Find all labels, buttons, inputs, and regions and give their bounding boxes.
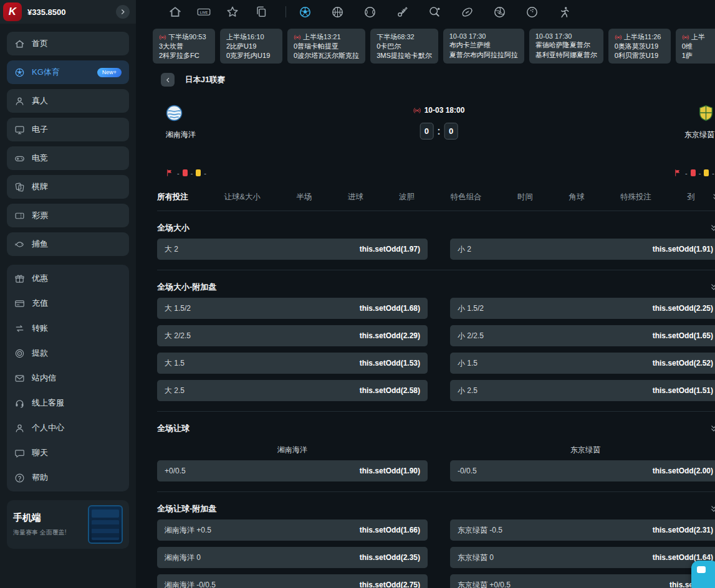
match-card-time: 10-03 17:30 [449, 32, 518, 40]
volleyball-sport-icon[interactable] [493, 6, 506, 19]
sidebar-item-esports[interactable]: 电竞 [7, 146, 129, 170]
odds-cell[interactable]: 大 1.5/2 this.setOdd(1.68) [157, 298, 428, 319]
odds-grid: 大 2 this.setOdd(1.97) 小 2 this.setOdd(1.… [157, 239, 715, 266]
sidebar-item-deposit[interactable]: 充值 [7, 291, 129, 316]
back-button[interactable] [161, 73, 175, 87]
away-team-name: 东京绿茵 [684, 130, 714, 140]
match-card-team-home: 3大坎普 [159, 42, 209, 51]
odds-label: 东京绿茵 -0.5 [458, 525, 502, 536]
sidebar-item-profile[interactable]: 个人中心 [7, 415, 129, 440]
odds-grid: +0/0.5 this.setOdd(1.90) -0/0.5 this.set… [157, 460, 715, 488]
home-nav-icon[interactable] [168, 5, 182, 19]
sidebar-item-help[interactable]: 帮助 [7, 465, 129, 490]
sidebar-item-kg-sports[interactable]: KG体育 New+ [7, 60, 129, 84]
tab-进球[interactable]: 进球 [348, 192, 363, 202]
match-card[interactable]: 上半场11:26 0奥洛莫茨U19 0利贝雷茨U19 [608, 29, 671, 64]
favorites-nav-icon[interactable] [226, 5, 239, 19]
odds-cell[interactable]: -0/0.5 this.setOdd(2.00) [450, 460, 715, 481]
odds-cell[interactable]: 东京绿茵 +0/0.5 this.setOdd( [450, 574, 715, 588]
badminton-sport-icon[interactable] [396, 6, 409, 19]
bowling-sport-icon[interactable] [525, 6, 539, 19]
tennis-sport-icon[interactable] [363, 6, 377, 19]
match-card[interactable]: 下半场90:53 3大坎普 2科罗拉多FC [153, 29, 215, 64]
sidebar-item-transfer[interactable]: 转账 [7, 316, 129, 341]
soccer-sport-icon[interactable] [299, 6, 312, 19]
sidebar-item-home[interactable]: 首页 [7, 32, 129, 55]
sidebar-item-promotions[interactable]: 优惠 [7, 266, 129, 291]
away-score: 0 [444, 123, 458, 140]
brand-logo: K [3, 2, 22, 21]
odds-cell[interactable]: +0/0.5 this.setOdd(1.90) [157, 460, 428, 481]
mobile-app-promo[interactable]: 手机端 海量赛事 全面覆盖! [7, 500, 129, 549]
match-card[interactable]: 下半场68:32 0卡巴尔 3MS提拉哈卡默尔 [370, 29, 438, 64]
yellow-card-icon [704, 169, 709, 176]
collapse-chevron-icon[interactable] [709, 224, 715, 232]
menu-label: 充值 [32, 298, 48, 309]
yellow-card-count: - [712, 169, 714, 177]
odds-cell[interactable]: 小 1.5 this.setOdd(2.52) [450, 353, 715, 374]
match-card[interactable]: 上半场16:10 2比萨U19 0克罗托内U19 [220, 29, 282, 64]
odds-section: 全场让球 湘南海洋东京绿茵 +0/0.5 this.setOdd(1.90) -… [157, 412, 715, 492]
odds-cell[interactable]: 大 2 this.setOdd(1.97) [157, 239, 428, 260]
odds-cell[interactable]: 湘南海洋 -0/0.5 this.setOdd(2.75) [157, 574, 428, 588]
live-icon [159, 34, 166, 41]
tab-时间[interactable]: 时间 [517, 192, 533, 202]
athletics-sport-icon[interactable] [558, 6, 571, 19]
sidebar-item-slots[interactable]: 电子 [7, 118, 129, 141]
match-card-team-home: 2比萨U19 [226, 42, 276, 51]
tab-波胆[interactable]: 波胆 [399, 192, 415, 202]
odds-cell[interactable]: 小 1.5/2 this.setOdd(2.25) [450, 298, 715, 319]
collapse-chevron-icon[interactable] [709, 505, 715, 513]
tab-半场[interactable]: 半场 [296, 192, 312, 202]
tabs-more-chevron-icon[interactable] [711, 192, 715, 202]
match-card-team-away: 基利亚特阿娜夏普尔 [535, 50, 597, 60]
collapse-chevron-icon[interactable] [709, 283, 715, 292]
tab-特色组合[interactable]: 特色组合 [451, 192, 482, 202]
sidebar-item-board-games[interactable]: 棋牌 [7, 175, 129, 199]
tab-刭[interactable]: 刭 [687, 192, 695, 202]
tab-所有投注[interactable]: 所有投注 [157, 192, 188, 202]
odds-label: 湘南海洋 +0.5 [165, 525, 211, 536]
sidebar-item-live-casino[interactable]: 真人 [7, 89, 129, 113]
betslip-nav-icon[interactable] [254, 5, 268, 19]
odds-section: 全场大小-附加盘 大 1.5/2 this.setOdd(1.68) 小 1.5… [157, 270, 715, 412]
sidebar-item-lottery[interactable]: 彩票 [7, 204, 129, 227]
rugby-sport-icon[interactable] [461, 6, 474, 19]
tab-角球[interactable]: 角球 [569, 192, 585, 202]
sidebar-item-online-support[interactable]: 线上客服 [7, 391, 129, 415]
sidebar-item-withdraw[interactable]: 提款 [7, 341, 129, 366]
odds-cell[interactable]: 东京绿茵 -0.5 this.setOdd(2.31) [450, 519, 715, 541]
match-card[interactable]: 10-03 17:30 布内卡兰萨维 夏普尔布内阿拉拉阿拉 [443, 29, 524, 64]
match-card[interactable]: 上半 0维 1萨 [676, 29, 715, 64]
match-card-time-text: 10-03 17:30 [535, 32, 572, 40]
match-card[interactable]: 上半场13:21 0普瑞卡帕提亚 0波尔塔瓦沃尔斯克拉 [287, 29, 365, 64]
odds-cell[interactable]: 小 2 this.setOdd(1.91) [450, 239, 715, 260]
red-card-icon [691, 169, 696, 176]
wallet-expand-button[interactable] [116, 5, 130, 19]
odds-cell[interactable]: 小 2/2.5 this.setOdd(1.65) [450, 325, 715, 346]
odds-cell[interactable]: 湘南海洋 0 this.setOdd(2.35) [157, 547, 428, 568]
odds-value: this.setOdd(2.29) [360, 331, 420, 340]
match-card[interactable]: 10-03 17:30 霍德哈萨隆夏普尔 基利亚特阿娜夏普尔 [529, 29, 603, 64]
odds-cell[interactable]: 大 1.5 this.setOdd(1.53) [157, 353, 428, 374]
tab-特殊投注[interactable]: 特殊投注 [620, 192, 651, 202]
chat-fab-button[interactable] [691, 561, 715, 588]
collapse-chevron-icon[interactable] [709, 424, 715, 433]
sidebar-item-messages[interactable]: 站内信 [7, 366, 129, 391]
sidebar-item-chat[interactable]: 聊天 [7, 440, 129, 465]
odds-cell[interactable]: 大 2.5 this.setOdd(2.58) [157, 380, 428, 401]
basketball-sport-icon[interactable] [331, 6, 344, 19]
odds-cell[interactable]: 东京绿茵 0 this.setOdd(1.64) [450, 547, 715, 568]
pingpong-sport-icon[interactable] [428, 6, 441, 19]
menu-label: 优惠 [32, 273, 48, 284]
tab-让球&大小[interactable]: 让球&大小 [224, 192, 260, 202]
menu-label: 个人中心 [32, 422, 64, 434]
odds-cell[interactable]: 小 2.5 this.setOdd(1.51) [450, 380, 715, 401]
promo-subtitle: 海量赛事 全面覆盖! [13, 528, 67, 537]
live-nav-icon[interactable] [197, 5, 211, 19]
red-card-count: - [191, 169, 193, 177]
odds-cell[interactable]: 大 2/2.5 this.setOdd(2.29) [157, 325, 428, 346]
sidebar-item-fishing[interactable]: 捕鱼 [7, 232, 129, 256]
odds-cell[interactable]: 湘南海洋 +0.5 this.setOdd(1.66) [157, 519, 428, 541]
section-title: 全场让球 [157, 423, 190, 434]
